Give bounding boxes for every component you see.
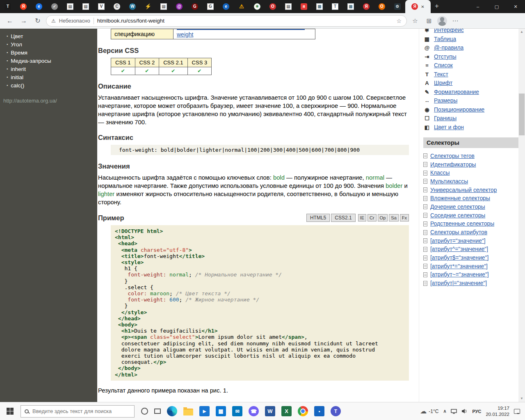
selector-link[interactable]: [атрибут~="значение"] bbox=[423, 271, 525, 279]
category-link[interactable]: ↔Размеры bbox=[423, 96, 525, 105]
browser-tab-active[interactable]: Я ✕ bbox=[405, 0, 431, 13]
back-icon[interactable]: ← bbox=[4, 17, 16, 25]
chrome-icon[interactable] bbox=[298, 406, 308, 416]
browser-tab[interactable]: Я bbox=[358, 0, 374, 13]
file-explorer-icon[interactable] bbox=[183, 409, 193, 415]
selector-link[interactable]: Классы bbox=[423, 169, 525, 177]
browser-tab[interactable]: ⚡ bbox=[140, 0, 156, 13]
url-text[interactable]: htmlbook.ru/css/font-weight bbox=[97, 18, 393, 24]
task-view-icon[interactable] bbox=[154, 409, 161, 414]
category-link[interactable]: ✎Форматирование bbox=[423, 88, 525, 97]
selector-link[interactable]: Родственные селекторы bbox=[423, 220, 525, 228]
edge-icon[interactable] bbox=[167, 406, 177, 416]
notification-center-icon[interactable] bbox=[514, 409, 520, 414]
security-warning-icon[interactable]: ⚠ bbox=[51, 18, 56, 24]
taskbar-search[interactable] bbox=[21, 405, 135, 418]
browser-tab[interactable]: O bbox=[374, 0, 390, 13]
maximize-button[interactable]: ▢ bbox=[487, 0, 506, 13]
language-indicator[interactable]: РУС bbox=[472, 409, 481, 414]
selector-link[interactable]: Универсальный селектор bbox=[423, 186, 525, 194]
start-button[interactable] bbox=[2, 408, 18, 415]
browser-tab[interactable]: ✳ bbox=[249, 0, 265, 13]
cortana-icon[interactable] bbox=[141, 408, 148, 415]
tab-close-icon[interactable]: ✕ bbox=[421, 5, 424, 9]
selector-link[interactable]: [атрибут*="значение"] bbox=[423, 262, 525, 271]
volume-icon[interactable] bbox=[461, 409, 468, 414]
profile-avatar[interactable] bbox=[437, 16, 447, 26]
more-menu-icon[interactable]: ⋯ bbox=[450, 17, 461, 25]
browser-tab[interactable]: Я bbox=[16, 0, 31, 13]
category-link[interactable]: ≡Список bbox=[423, 61, 525, 70]
add-favorite-icon[interactable]: ☆ bbox=[396, 18, 402, 24]
selector-link[interactable]: [атрибут="значение"] bbox=[423, 237, 525, 245]
weather-widget[interactable]: ☁-1°C bbox=[420, 407, 438, 415]
browser-tab[interactable]: T bbox=[327, 0, 343, 13]
sidebar-menu-item[interactable]: ▪calc() bbox=[0, 81, 97, 89]
spec-link[interactable]: weight bbox=[177, 31, 193, 38]
teams-icon[interactable]: T bbox=[331, 406, 341, 416]
category-link[interactable]: ◉Позиционирование bbox=[423, 105, 525, 114]
browser-tab[interactable]: ⚙ bbox=[390, 0, 405, 13]
browser-tab[interactable]: ▤ bbox=[281, 0, 296, 13]
selector-link[interactable]: Соседние селекторы bbox=[423, 211, 525, 220]
selector-link[interactable]: Идентификаторы bbox=[423, 160, 525, 169]
media-app-icon[interactable]: ▪ bbox=[314, 406, 324, 416]
sidebar-menu-item[interactable]: ▪Угол bbox=[0, 40, 97, 48]
display-icon[interactable] bbox=[451, 409, 457, 414]
category-link[interactable]: @@-правила bbox=[423, 43, 525, 52]
clock[interactable]: 19:1720.01.2022 bbox=[486, 405, 509, 418]
browser-tab[interactable]: W bbox=[125, 0, 140, 13]
category-link[interactable]: AШрифт bbox=[423, 79, 525, 88]
browser-tab[interactable]: @ bbox=[171, 0, 187, 13]
address-bar[interactable]: ⚠ Небезопасно htmlbook.ru/css/font-weigh… bbox=[46, 15, 407, 27]
excel-icon[interactable]: X bbox=[281, 406, 292, 416]
browser-tab[interactable]: O bbox=[265, 0, 281, 13]
selector-link[interactable]: [атрибут$="значение"] bbox=[423, 253, 525, 262]
page-scrollbar[interactable]: ▲ ▼ bbox=[518, 29, 525, 402]
scroll-down-icon[interactable]: ▼ bbox=[518, 395, 525, 402]
collections-icon[interactable]: ⊞ bbox=[423, 17, 435, 25]
browser-tab[interactable]: ✓ bbox=[47, 0, 62, 13]
selector-link[interactable]: Вложенные селекторы bbox=[423, 194, 525, 203]
search-input[interactable] bbox=[32, 408, 130, 414]
close-button[interactable]: ✕ bbox=[506, 0, 525, 13]
browser-tab[interactable]: ▦ bbox=[343, 0, 358, 13]
new-tab-button[interactable]: + bbox=[431, 0, 443, 13]
selector-link[interactable]: Селекторы атрибутов bbox=[423, 228, 525, 237]
browser-tab[interactable]: ▤ bbox=[78, 0, 94, 13]
category-link[interactable]: ◧Цвет и фон bbox=[423, 123, 525, 132]
movies-app-icon[interactable]: ▶ bbox=[199, 406, 210, 416]
word-icon[interactable]: W bbox=[265, 406, 275, 416]
browser-tab[interactable]: V bbox=[94, 0, 109, 13]
category-link[interactable]: ▦Таблица bbox=[423, 35, 525, 44]
scrollbar-thumb[interactable] bbox=[519, 94, 525, 135]
category-link[interactable]: ✱Интерфейс bbox=[423, 29, 525, 35]
browser-tab[interactable]: G bbox=[187, 0, 203, 13]
ad-link[interactable]: http://autotema.org.ua/ bbox=[3, 98, 97, 104]
sidebar-menu-item[interactable]: ▪Время bbox=[0, 48, 97, 57]
category-link[interactable]: ⇥Отступы bbox=[423, 52, 525, 62]
browser-tab[interactable]: ⚠ bbox=[234, 0, 249, 13]
browser-tab[interactable]: e bbox=[218, 0, 234, 13]
selector-link[interactable]: [атрибут|="значение"] bbox=[423, 279, 525, 288]
category-link[interactable]: ☐Границы bbox=[423, 114, 525, 123]
browser-tab[interactable]: ▤ bbox=[156, 0, 171, 13]
selector-link[interactable]: [атрибут^="значение"] bbox=[423, 245, 525, 254]
store-icon[interactable]: ▦ bbox=[216, 406, 226, 416]
forward-icon[interactable]: → bbox=[18, 17, 30, 25]
refresh-icon[interactable]: ↻ bbox=[32, 17, 43, 25]
selector-link[interactable]: Дочерние селекторы bbox=[423, 203, 525, 211]
browser-tab[interactable]: C bbox=[109, 0, 125, 13]
sidebar-menu-item[interactable]: ▪Медиа-запросы bbox=[0, 57, 97, 65]
sidebar-menu-item[interactable]: ▪initial bbox=[0, 73, 97, 81]
selector-link[interactable]: Мультиклассы bbox=[423, 177, 525, 186]
category-link[interactable]: TТекст bbox=[423, 70, 525, 79]
viber-icon[interactable]: ☎ bbox=[249, 406, 259, 416]
sidebar-menu-item[interactable]: ▪inherit bbox=[0, 65, 97, 73]
browser-tab[interactable]: ▤ bbox=[62, 0, 78, 13]
hidden-icons-chevron[interactable]: ∧ bbox=[443, 409, 446, 414]
browser-tab[interactable]: я bbox=[296, 0, 312, 13]
browser-tab[interactable]: e bbox=[31, 0, 47, 13]
minimize-button[interactable]: – bbox=[468, 0, 487, 13]
sidebar-menu-item[interactable]: ▪Цвет bbox=[0, 32, 97, 40]
